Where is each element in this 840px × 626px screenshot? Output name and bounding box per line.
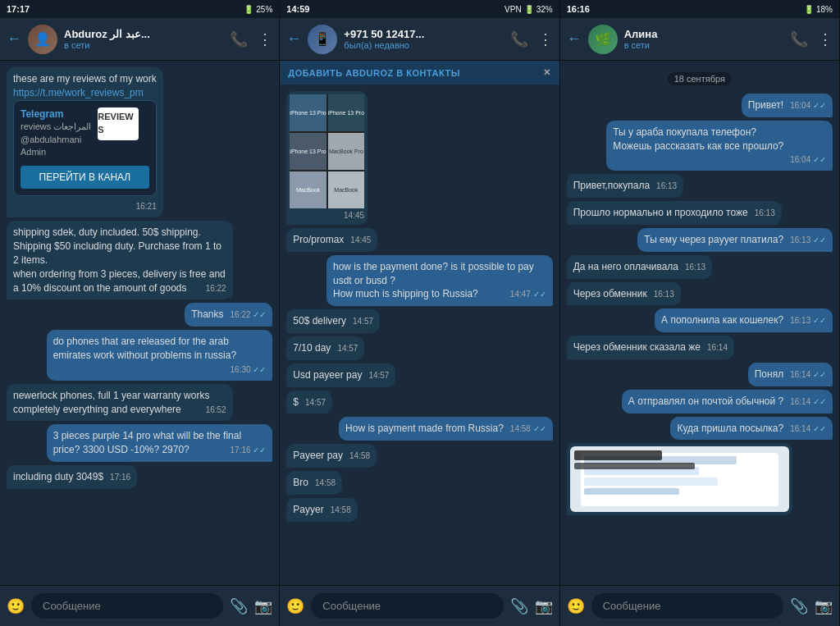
attach-icon-1[interactable]: 📎 — [230, 597, 248, 615]
contact-status-1: в сети — [64, 40, 223, 50]
msg-3-2: Ты у араба покупала телефон?Можешь расск… — [606, 121, 833, 171]
msg-2-6: $ 14:57 — [286, 391, 332, 414]
avatar-2: 📱 — [308, 25, 337, 54]
chat-header-2: ← 📱 +971 50 12417... был(а) недавно 📞 ⋮ — [280, 18, 559, 61]
time-1: 17:17 — [7, 4, 30, 14]
battery-pct-1: 25% — [256, 5, 272, 14]
banner-text[interactable]: ДОБАВИТЬ ABDUROZ В КОНТАКТЫ — [288, 68, 460, 78]
channel-card-1: Telegram reviews المراجعات@abdulahmaniAd… — [13, 100, 157, 197]
msg-3-10: Понял 16:14 ✓✓ — [748, 363, 833, 386]
time-3: 16:16 — [567, 4, 590, 14]
back-button-2[interactable]: ← — [286, 30, 301, 48]
status-icons-2: VPN 🔋 32% — [504, 5, 553, 14]
camera-icon-1[interactable]: 📷 — [254, 597, 272, 615]
product-cell-5: MacBook — [290, 171, 326, 208]
contact-info-2: +971 50 12417... был(а) недавно — [344, 28, 503, 50]
product-cell-4: MacBook Pro — [328, 133, 364, 170]
msg-3-4: Прошло нормально и проходило тоже 16:13 — [567, 201, 782, 225]
msg-2-5: Usd payeer pay 14:57 — [286, 363, 395, 387]
messages-area-3: 18 сентября Привет! 16:04 ✓✓ Ты у араба … — [560, 61, 839, 585]
msg-2-10: Payyer 14:58 — [286, 498, 357, 522]
camera-icon-3[interactable]: 📷 — [815, 597, 833, 615]
msg-3-11: А отправлял он почтой обычной ? 16:14 ✓✓ — [622, 390, 833, 414]
chat-header-1: ← 👤 Abduroz عبد الر... в сети 📞 ⋮ — [0, 18, 279, 61]
message-input-1[interactable]: Сообщение — [31, 593, 223, 619]
contact-name-2: +971 50 12417... — [344, 28, 503, 40]
msg-1-5: newerlock phones, full 1 year warranty w… — [7, 384, 233, 422]
back-button-1[interactable]: ← — [7, 30, 21, 48]
contact-info-3: Алина в сети — [624, 28, 783, 50]
attach-icon-3[interactable]: 📎 — [790, 597, 808, 615]
msg-3-12: Куда пришла посылка? 16:14 ✓✓ — [670, 417, 833, 441]
msg-3-1: Привет! 16:04 ✓✓ — [742, 94, 833, 117]
product-grid: iPhone 13 Pro iPhone 13 Pro iPhone 13 Pr… — [290, 94, 364, 208]
input-area-3: 🙂 Сообщение 📎 📷 — [560, 585, 839, 626]
msg-1-4: do phones that are released for the arab… — [47, 330, 273, 381]
header-icons-3: 📞 ⋮ — [790, 30, 833, 48]
msg-1-3: Thanks 16:22 ✓✓ — [185, 303, 272, 327]
more-icon-1[interactable]: ⋮ — [258, 30, 272, 48]
call-icon-3[interactable]: 📞 — [790, 30, 808, 48]
battery-pct-2: 32% — [536, 5, 553, 14]
header-icons-2: 📞 ⋮ — [510, 30, 553, 48]
messages-area-1: these are my reviews of my work https://… — [0, 61, 279, 585]
msg-3-6: Да на него оплачивала 16:13 — [567, 255, 712, 279]
camera-icon-2[interactable]: 📷 — [535, 597, 553, 615]
contact-status-2: был(а) недавно — [344, 40, 503, 50]
msg-3-7: Через обменник 16:13 — [567, 282, 681, 306]
channel-btn[interactable]: ПЕРЕЙТИ В КАНАЛ — [21, 166, 149, 190]
screenshot-msg — [567, 443, 793, 515]
more-icon-2[interactable]: ⋮ — [538, 30, 553, 48]
contact-status-3: в сети — [624, 40, 783, 50]
msg-2-3: 50$ delivery 14:57 — [286, 309, 380, 333]
msg-3-5: Ты ему через payyer платила? 16:13 ✓✓ — [637, 228, 833, 252]
msg-1-6: 3 pieces purple 14 pro what will be the … — [47, 424, 273, 462]
channel-icon: REVIEWS — [98, 107, 139, 140]
avatar-1: 👤 — [28, 25, 57, 54]
msg-2-1: Pro/promax 14:45 — [286, 228, 377, 252]
msg-3-8: А пополнила как кошелек? 16:13 ✓✓ — [655, 308, 833, 332]
emoji-icon-2[interactable]: 🙂 — [286, 597, 304, 615]
banner-close-btn[interactable]: ✕ — [543, 67, 551, 78]
battery-pct-3: 18% — [816, 5, 833, 14]
status-bar-2: 14:59 VPN 🔋 32% — [280, 0, 559, 18]
battery-icon-1: 🔋 — [244, 5, 253, 14]
message-input-2[interactable]: Сообщение — [311, 593, 503, 619]
contact-info-1: Abduroz عبد الر... в сети — [64, 28, 223, 50]
status-bar-1: 17:17 🔋 25% — [0, 0, 279, 18]
back-button-3[interactable]: ← — [567, 30, 582, 48]
msg-1-1: these are my reviews of my work https://… — [7, 67, 163, 217]
battery-icon-2: 🔋 — [524, 5, 534, 14]
attach-icon-2[interactable]: 📎 — [510, 597, 528, 615]
avatar-3: 🌿 — [588, 25, 618, 54]
vpn-label: VPN — [504, 5, 522, 14]
msg-2-8: Payeer pay 14:58 — [286, 444, 377, 468]
product-cell-2: iPhone 13 Pro — [328, 94, 364, 131]
battery-icon-3: 🔋 — [804, 5, 814, 14]
panel-1: 17:17 🔋 25% ← 👤 Abduroz عبد الر... в сет… — [0, 0, 280, 626]
product-image-msg: iPhone 13 Pro iPhone 13 Pro iPhone 13 Pr… — [286, 91, 368, 225]
msg-2-7: How is payment made from Russia? 14:58 ✓… — [339, 417, 553, 441]
input-area-2: 🙂 Сообщение 📎 📷 — [280, 585, 559, 626]
msg-2-4: 7/10 day 14:57 — [286, 336, 364, 360]
more-icon-3[interactable]: ⋮ — [818, 30, 833, 48]
channel-title: Telegram — [21, 107, 91, 121]
contact-name-1: Abduroz عبد الر... — [64, 28, 223, 40]
msg-1-7: including duty 3049$ 17:16 — [7, 465, 137, 489]
call-icon-2[interactable]: 📞 — [510, 30, 528, 48]
msg-1-2: shipping sdek, duty included. 50$ shippi… — [7, 221, 233, 299]
status-bar-3: 16:16 🔋 18% — [560, 0, 839, 18]
contact-name-3: Алина — [624, 28, 783, 40]
status-icons-3: 🔋 18% — [804, 5, 833, 14]
msg-link-1[interactable]: https://t.me/work_reviews_pm — [13, 87, 144, 98]
call-icon-1[interactable]: 📞 — [230, 30, 248, 48]
messages-area-2: iPhone 13 Pro iPhone 13 Pro iPhone 13 Pr… — [280, 85, 559, 585]
product-cell-1: iPhone 13 Pro — [290, 94, 326, 131]
emoji-icon-1[interactable]: 🙂 — [7, 597, 25, 615]
header-icons-1: 📞 ⋮ — [230, 30, 272, 48]
message-input-3[interactable]: Сообщение — [591, 593, 783, 619]
time-2: 14:59 — [286, 4, 309, 14]
chat-header-3: ← 🌿 Алина в сети 📞 ⋮ — [560, 18, 839, 61]
input-area-1: 🙂 Сообщение 📎 📷 — [0, 585, 279, 626]
emoji-icon-3[interactable]: 🙂 — [567, 597, 585, 615]
